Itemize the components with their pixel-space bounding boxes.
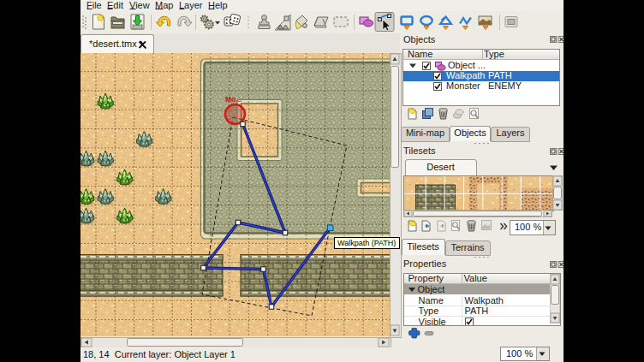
svg-text:Mo...: Mo... bbox=[225, 95, 242, 104]
